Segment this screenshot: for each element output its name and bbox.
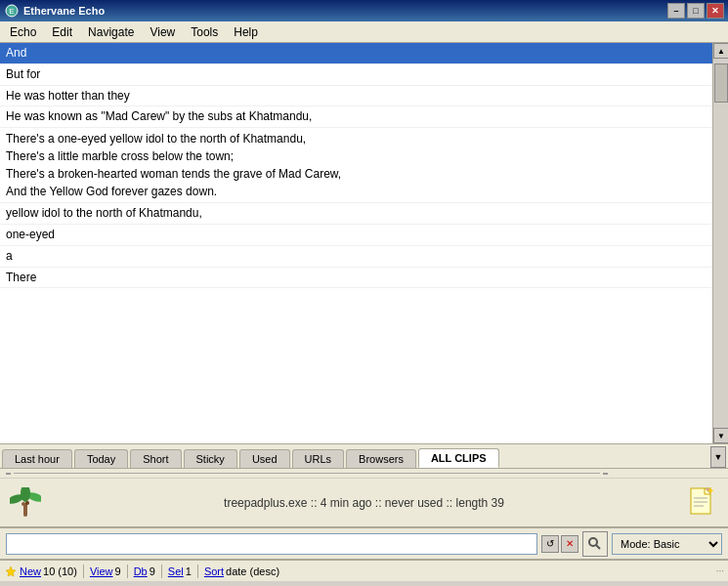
mode-select-container: Mode: BasicMode: AdvancedMode: Regex	[612, 533, 722, 555]
list-item[interactable]: And	[0, 43, 712, 64]
menu-item-help[interactable]: Help	[226, 23, 266, 41]
status-sel: Sel 1	[168, 565, 192, 577]
status-db: Db 9	[134, 565, 155, 577]
main-scrollbar: ▲ ▼	[712, 43, 728, 443]
search-clear-button[interactable]: ✕	[561, 535, 578, 553]
list-item[interactable]: a	[0, 246, 712, 268]
list-item[interactable]: He was known as "Mad Carew" by the subs …	[0, 106, 712, 128]
window-title: Ethervane Echo	[23, 5, 105, 17]
close-button[interactable]: ✕	[707, 3, 724, 19]
scroll-thumb[interactable]	[714, 63, 728, 103]
sub-tab-indicator	[6, 473, 608, 475]
status-view: View 9	[90, 565, 121, 577]
status-sep3	[161, 565, 162, 578]
new-count: 10 (10)	[43, 565, 77, 577]
view-count: 9	[115, 565, 121, 577]
new-icon	[4, 565, 18, 578]
sel-count: 1	[186, 565, 192, 577]
tab-browsers[interactable]: Browsers	[346, 449, 416, 468]
svg-point-6	[21, 502, 25, 506]
list-item[interactable]: one-eyed	[0, 225, 712, 246]
info-bar: treepadplus.exe :: 4 min ago :: never us…	[0, 479, 728, 527]
svg-line-17	[596, 545, 600, 549]
tab-last-hour[interactable]: Last hour	[2, 449, 72, 468]
list-item[interactable]: yellow idol to the north of Khatmandu,	[0, 203, 712, 225]
menu-item-tools[interactable]: Tools	[183, 23, 226, 41]
svg-marker-18	[6, 566, 16, 576]
tab-bar: Last hourTodayShortStickyUsedURLsBrowser…	[0, 443, 728, 469]
status-new: New 10 (10)	[4, 565, 77, 578]
search-input[interactable]	[6, 533, 537, 555]
new-label[interactable]: New	[20, 565, 41, 577]
db-label[interactable]: Db	[134, 565, 148, 577]
list-item[interactable]: There's a one-eyed yellow idol to the no…	[0, 128, 712, 203]
title-bar: E Ethervane Echo – □ ✕	[0, 0, 728, 21]
clip-list: AndBut forHe was hotter than theyHe was …	[0, 43, 712, 443]
menu-bar: EchoEditNavigateViewToolsHelp	[0, 21, 728, 43]
view-label[interactable]: View	[90, 565, 113, 577]
menu-item-view[interactable]: View	[142, 23, 183, 41]
status-sort: Sort date (desc)	[204, 565, 279, 577]
sort-value: date (desc)	[226, 565, 279, 577]
minimize-button[interactable]: –	[667, 3, 685, 19]
status-sep4	[197, 565, 198, 578]
tab-urls[interactable]: URLs	[292, 449, 345, 468]
sub-indicator-dot2	[603, 473, 608, 475]
list-item[interactable]: There	[0, 268, 712, 289]
tab-scroll-button[interactable]: ▼	[710, 446, 726, 468]
tab-short[interactable]: Short	[130, 449, 181, 468]
svg-point-16	[589, 538, 597, 546]
palm-tree-icon	[8, 485, 43, 521]
sel-label[interactable]: Sel	[168, 565, 184, 577]
menu-item-edit[interactable]: Edit	[44, 23, 80, 41]
status-sep2	[127, 565, 128, 578]
scroll-track	[713, 59, 728, 428]
maximize-button[interactable]: □	[687, 3, 705, 19]
list-item[interactable]: But for	[0, 64, 712, 86]
tab-today[interactable]: Today	[74, 449, 128, 468]
sub-indicator-line	[14, 473, 600, 474]
clip-info-text: treepadplus.exe :: 4 min ago :: never us…	[53, 496, 675, 510]
status-right-dots: ···	[716, 565, 724, 576]
window-controls: – □ ✕	[667, 3, 724, 19]
status-bar: New 10 (10) View 9 Db 9 Sel 1 Sort date …	[0, 560, 728, 581]
sort-label[interactable]: Sort	[204, 565, 224, 577]
search-bar: ↺ ✕ Mode: BasicMode: AdvancedMode: Regex	[0, 528, 728, 560]
svg-text:✦: ✦	[707, 486, 714, 496]
main-scroll-container: AndBut forHe was hotter than theyHe was …	[0, 43, 728, 443]
scroll-down-button[interactable]: ▼	[713, 428, 728, 443]
svg-point-7	[25, 501, 29, 505]
sub-indicator-dot1	[6, 473, 11, 475]
tab-used[interactable]: Used	[239, 449, 290, 468]
list-item[interactable]: He was hotter than they	[0, 86, 712, 107]
svg-text:E: E	[9, 7, 14, 16]
tab-sticky[interactable]: Sticky	[184, 449, 237, 468]
scroll-up-button[interactable]: ▲	[713, 43, 728, 59]
db-count: 9	[150, 565, 155, 577]
search-go-button[interactable]	[582, 531, 608, 557]
tab-all-clips[interactable]: ALL CLIPS	[418, 448, 499, 468]
status-sep1	[83, 565, 84, 578]
menu-item-echo[interactable]: Echo	[2, 23, 44, 41]
app-icon: E	[4, 3, 20, 19]
menu-item-navigate[interactable]: Navigate	[80, 23, 142, 41]
search-undo-icon[interactable]: ↺	[541, 535, 559, 553]
mode-select[interactable]: Mode: BasicMode: AdvancedMode: Regex	[612, 533, 722, 555]
clip-paper-icon: ✦	[685, 485, 720, 521]
